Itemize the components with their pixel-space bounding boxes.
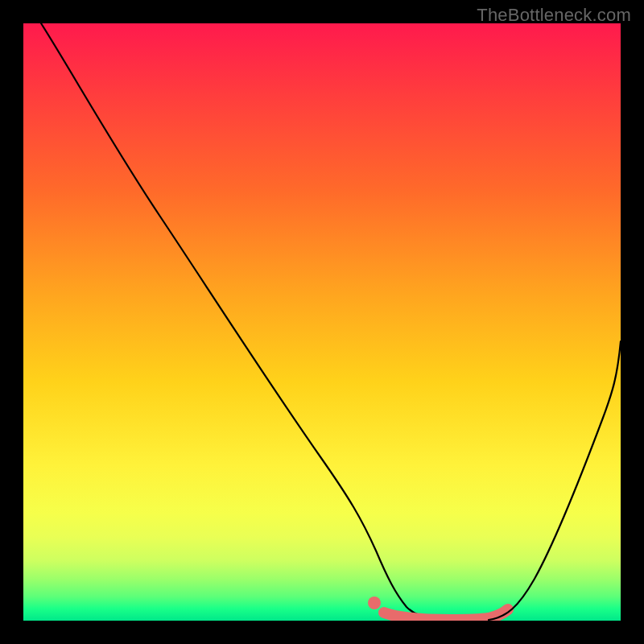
valley-highlight bbox=[384, 609, 508, 620]
right-curve bbox=[489, 341, 621, 620]
valley-start-dot bbox=[368, 597, 381, 609]
plot-area bbox=[23, 23, 621, 621]
curve-layer bbox=[23, 23, 621, 621]
chart-frame: TheBottleneck.com bbox=[0, 0, 644, 644]
watermark-text: TheBottleneck.com bbox=[477, 5, 631, 26]
left-curve bbox=[41, 23, 489, 620]
